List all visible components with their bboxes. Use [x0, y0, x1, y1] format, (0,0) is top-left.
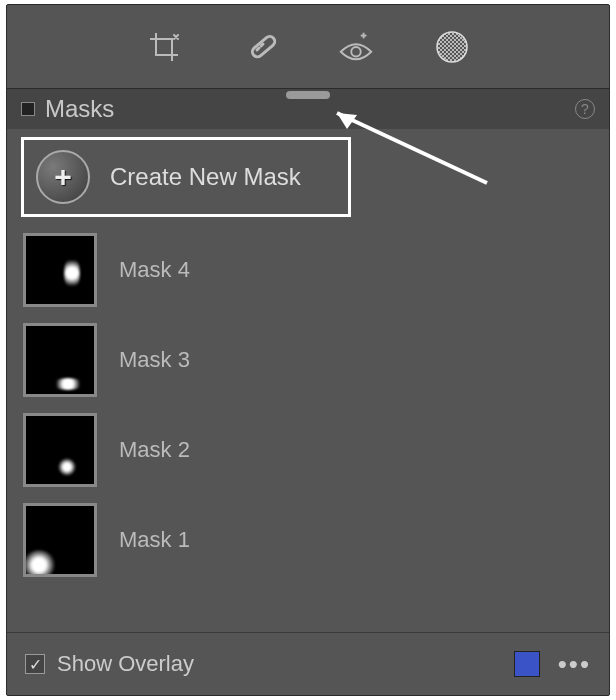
overlay-color-swatch[interactable]: [514, 651, 540, 677]
svg-point-3: [351, 47, 361, 57]
plus-icon: +: [36, 150, 90, 204]
svg-line-1: [257, 48, 259, 50]
mask-label: Mask 1: [119, 527, 190, 553]
toolbar: [7, 5, 609, 89]
healing-tool-icon[interactable]: [241, 28, 279, 66]
panel-title: Masks: [45, 95, 114, 123]
mask-item[interactable]: Mask 2: [21, 405, 595, 495]
mask-item[interactable]: Mask 4: [21, 225, 595, 315]
mask-item[interactable]: Mask 1: [21, 495, 595, 585]
panel-collapse-toggle[interactable]: [21, 102, 35, 116]
mask-item[interactable]: Mask 3: [21, 315, 595, 405]
svg-line-2: [261, 44, 263, 46]
panel-header: Masks ?: [7, 89, 609, 129]
red-eye-tool-icon[interactable]: [337, 28, 375, 66]
mask-label: Mask 2: [119, 437, 190, 463]
mask-label: Mask 4: [119, 257, 190, 283]
mask-label: Mask 3: [119, 347, 190, 373]
mask-thumbnail: [23, 233, 97, 307]
show-overlay-checkbox[interactable]: ✓: [25, 654, 45, 674]
more-options-icon[interactable]: •••: [558, 659, 591, 669]
create-new-mask-button[interactable]: + Create New Mask: [21, 137, 351, 217]
panel-body: + Create New Mask Mask 4 Mask 3 Mask 2: [7, 129, 609, 585]
crop-tool-icon[interactable]: [145, 28, 183, 66]
drag-handle[interactable]: [286, 91, 330, 99]
svg-rect-0: [250, 34, 276, 58]
help-icon[interactable]: ?: [575, 99, 595, 119]
mask-thumbnail: [23, 413, 97, 487]
svg-point-9: [437, 32, 467, 62]
mask-thumbnail: [23, 323, 97, 397]
mask-thumbnail: [23, 503, 97, 577]
masking-tool-icon[interactable]: [433, 28, 471, 66]
show-overlay-label: Show Overlay: [57, 651, 514, 677]
create-new-label: Create New Mask: [110, 163, 301, 191]
panel-footer: ✓ Show Overlay •••: [7, 633, 609, 695]
masks-panel: Masks ? + Create New Mask Mask 4 Mask 3: [6, 4, 610, 696]
